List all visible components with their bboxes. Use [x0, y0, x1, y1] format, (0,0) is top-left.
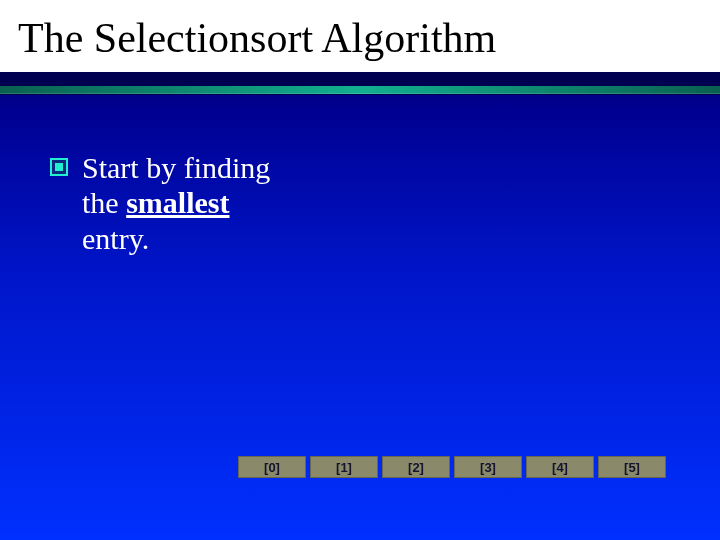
- slide: The Selectionsort Algorithm Start by fin…: [0, 0, 720, 540]
- bullet-text-post: entry.: [82, 222, 149, 255]
- array-index-1: [1]: [310, 456, 378, 478]
- array-index-0: [0]: [238, 456, 306, 478]
- bullet-text-emph: smallest: [126, 186, 229, 219]
- slide-title: The Selectionsort Algorithm: [18, 14, 720, 62]
- array-index-3: [3]: [454, 456, 522, 478]
- bullet-text: Start by finding the smallest entry.: [82, 150, 302, 256]
- array-index-row: [0] [1] [2] [3] [4] [5]: [238, 456, 666, 478]
- content-area: Start by finding the smallest entry.: [50, 150, 680, 256]
- array-index-4: [4]: [526, 456, 594, 478]
- divider: [0, 72, 720, 94]
- array-index-2: [2]: [382, 456, 450, 478]
- bullet-icon: [50, 158, 68, 176]
- bullet-item: Start by finding the smallest entry.: [50, 150, 680, 256]
- title-area: The Selectionsort Algorithm: [0, 0, 720, 72]
- array-index-5: [5]: [598, 456, 666, 478]
